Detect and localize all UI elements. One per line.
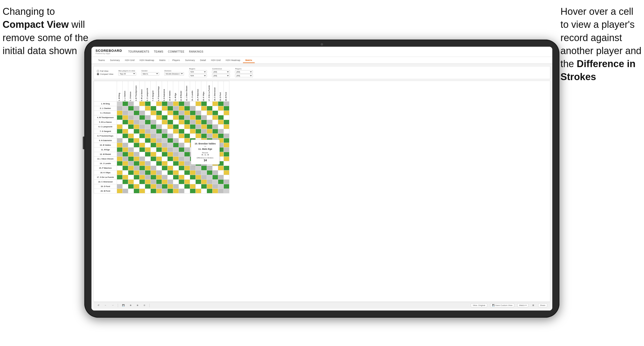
cell-15-1[interactable] — [117, 166, 123, 170]
cell-14-5[interactable] — [139, 161, 145, 166]
cell-2-6[interactable] — [145, 106, 151, 111]
cell-12-13[interactable] — [184, 152, 190, 157]
cell-20-7[interactable] — [151, 189, 156, 193]
cell-16-17[interactable] — [207, 170, 213, 175]
cell-1-18[interactable] — [213, 102, 218, 106]
max-players-select[interactable]: Top 25 — [118, 72, 136, 76]
cell-1-16[interactable] — [201, 102, 207, 106]
save-custom-view-button[interactable]: 💾 Save Custom View — [490, 303, 514, 307]
players-select-1[interactable]: (All) — [235, 70, 253, 73]
cell-4-4[interactable] — [134, 115, 139, 120]
cell-2-11[interactable] — [173, 106, 179, 111]
cell-6-18[interactable] — [213, 125, 218, 129]
cell-1-17[interactable] — [207, 102, 213, 106]
cell-16-19[interactable] — [218, 170, 224, 175]
cell-14-11[interactable] — [173, 161, 179, 166]
cell-3-13[interactable] — [184, 111, 190, 115]
cell-11-3[interactable] — [128, 147, 134, 152]
cell-20-5[interactable] — [139, 189, 145, 193]
cell-1-5[interactable] — [139, 102, 145, 106]
cell-9-7[interactable] — [151, 138, 156, 143]
cell-10-13[interactable] — [184, 143, 190, 147]
cell-17-18[interactable] — [213, 175, 218, 180]
cell-12-1[interactable] — [117, 152, 123, 157]
cell-17-17[interactable] — [207, 175, 213, 180]
cell-20-20[interactable] — [224, 189, 229, 193]
cell-5-4[interactable] — [134, 120, 139, 125]
cell-20-13[interactable] — [184, 189, 190, 193]
cell-20-11[interactable] — [173, 189, 179, 193]
cell-5-8[interactable] — [156, 120, 162, 125]
cell-6-8[interactable] — [156, 125, 162, 129]
cell-11-12[interactable] — [179, 147, 184, 152]
cell-8-8[interactable] — [156, 134, 162, 138]
undo-button[interactable]: ↺ — [97, 304, 100, 307]
cell-8-19[interactable] — [218, 134, 224, 138]
cell-14-6[interactable] — [145, 161, 151, 166]
cell-5-16[interactable] — [201, 120, 207, 125]
gender-select[interactable]: Men's — [141, 72, 159, 76]
cell-20-17[interactable] — [207, 189, 213, 193]
cell-4-19[interactable] — [218, 115, 224, 120]
cell-3-5[interactable] — [139, 111, 145, 115]
cell-10-7[interactable] — [151, 143, 156, 147]
cell-19-9[interactable] — [162, 184, 168, 189]
cell-6-3[interactable] — [128, 125, 134, 129]
cell-5-1[interactable] — [117, 120, 123, 125]
cell-15-14[interactable] — [190, 166, 196, 170]
cell-18-5[interactable] — [139, 180, 145, 184]
cell-16-5[interactable] — [139, 170, 145, 175]
cell-6-14[interactable] — [190, 125, 196, 129]
cell-8-17[interactable] — [207, 134, 213, 138]
cell-5-3[interactable] — [128, 120, 134, 125]
cell-2-16[interactable] — [201, 106, 207, 111]
cell-12-2[interactable] — [123, 152, 128, 157]
cell-4-15[interactable] — [196, 115, 201, 120]
cell-2-12[interactable] — [179, 106, 184, 111]
cell-10-1[interactable] — [117, 143, 123, 147]
cell-11-2[interactable] — [123, 147, 128, 152]
cell-2-7[interactable] — [151, 106, 156, 111]
cell-19-11[interactable] — [173, 184, 179, 189]
tab-summary-1[interactable]: Summary — [108, 58, 123, 63]
cell-20-12[interactable] — [179, 189, 184, 193]
cell-14-4[interactable] — [134, 161, 139, 166]
cell-18-9[interactable] — [162, 180, 168, 184]
cell-17-2[interactable] — [123, 175, 128, 180]
cell-8-7[interactable] — [151, 134, 156, 138]
cell-3-11[interactable] — [173, 111, 179, 115]
cell-2-9[interactable] — [162, 106, 168, 111]
cell-18-16[interactable] — [201, 180, 207, 184]
cell-5-10[interactable] — [168, 120, 173, 125]
watch-button[interactable]: Watch ▾ — [517, 303, 528, 307]
cell-17-14[interactable] — [190, 175, 196, 180]
cell-15-5[interactable] — [139, 166, 145, 170]
gear-button[interactable]: ⊗ — [136, 304, 139, 307]
tab-h2h-heatmap-1[interactable]: H2H Heatmap — [137, 58, 157, 63]
cell-11-9[interactable] — [162, 147, 168, 152]
cell-17-8[interactable] — [156, 175, 162, 180]
cell-6-1[interactable] — [117, 125, 123, 129]
cell-12-9[interactable] — [162, 152, 168, 157]
cell-9-5[interactable] — [139, 138, 145, 143]
cell-7-1[interactable] — [117, 129, 123, 134]
cell-2-8[interactable] — [156, 106, 162, 111]
cell-20-4[interactable] — [134, 189, 139, 193]
cell-13-11[interactable] — [173, 157, 179, 161]
tab-matrix-1[interactable]: Matrix — [157, 58, 168, 63]
cell-18-18[interactable] — [213, 180, 218, 184]
cell-19-17[interactable] — [207, 184, 213, 189]
cell-2-10[interactable] — [168, 106, 173, 111]
cell-11-5[interactable] — [139, 147, 145, 152]
cell-10-8[interactable] — [156, 143, 162, 147]
cell-19-2[interactable] — [123, 184, 128, 189]
cell-15-15[interactable] — [196, 166, 201, 170]
cell-5-13[interactable] — [184, 120, 190, 125]
division-select[interactable]: NCAA Division I — [164, 72, 184, 76]
cell-1-1[interactable] — [117, 102, 123, 106]
cell-15-17[interactable] — [207, 166, 213, 170]
cell-18-3[interactable] — [128, 180, 134, 184]
cell-15-10[interactable] — [168, 166, 173, 170]
cell-16-4[interactable] — [134, 170, 139, 175]
tab-h2h-heatmap-2[interactable]: H2H Heatmap — [223, 58, 243, 63]
